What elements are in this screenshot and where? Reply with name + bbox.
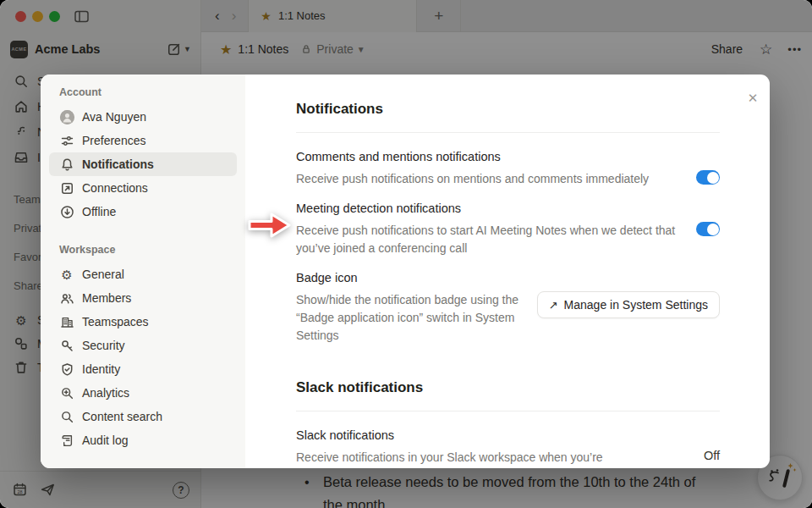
settings-item-label: Ava Nguyen [82, 110, 146, 124]
setting-row-badge-icon: Badge icon Show/hide the notification ba… [296, 269, 720, 345]
slack-notifications-value[interactable]: Off [704, 449, 720, 467]
divider [296, 411, 720, 411]
settings-item-label: Audit log [82, 433, 128, 447]
settings-item-teamspaces[interactable]: Teamspaces [49, 310, 237, 334]
members-icon [59, 291, 74, 306]
setting-title: Meeting detection notifications [296, 200, 683, 217]
setting-description: Receive push notifications to start AI M… [296, 222, 683, 257]
settings-item-identity[interactable]: Identity [49, 357, 237, 381]
settings-item-label: Identity [82, 362, 120, 376]
settings-item-label: Content search [82, 410, 162, 423]
magnifier-plus-icon [59, 386, 74, 400]
settings-modal: Account Ava Nguyen Preferences Notificat… [41, 75, 770, 468]
settings-item-label: Security [82, 339, 125, 352]
settings-item-security[interactable]: Security [49, 334, 237, 357]
meeting-detection-toggle[interactable] [696, 222, 720, 236]
settings-item-members[interactable]: Members [49, 286, 237, 310]
settings-item-content-search[interactable]: Content search [49, 405, 237, 428]
settings-item-label: Connections [82, 181, 148, 195]
notifications-heading: Notifications [296, 100, 720, 119]
setting-description: Receive push notifications on mentions a… [296, 170, 649, 188]
setting-row-meeting-detection: Meeting detection notifications Receive … [296, 200, 720, 257]
settings-item-connections[interactable]: Connections [49, 176, 237, 200]
gear-icon: ⚙ [59, 268, 74, 281]
settings-item-offline[interactable]: Offline [49, 200, 237, 224]
divider [296, 132, 720, 133]
setting-description: Receive notifications in your Slack work… [296, 449, 603, 467]
arrow-square-icon [59, 181, 74, 196]
screen: ACME Acme Labs ▼ Search Home [0, 0, 812, 508]
key-icon [59, 339, 74, 353]
setting-row-comments-mentions: Comments and mentions notifications Rece… [296, 148, 720, 188]
sliders-icon [59, 134, 74, 148]
settings-item-label: General [82, 268, 124, 281]
setting-title: Badge icon [296, 269, 526, 286]
settings-item-notifications[interactable]: Notifications [49, 152, 237, 176]
search-icon [59, 410, 74, 424]
setting-row-slack-notifications: Slack notifications Receive notification… [296, 427, 720, 467]
slack-notifications-heading: Slack notifications [296, 378, 720, 397]
scroll-icon [59, 433, 74, 448]
workspace-section-label: Workspace [49, 244, 237, 256]
settings-item-preferences[interactable]: Preferences [49, 129, 237, 152]
download-circle-icon [59, 205, 74, 219]
bell-icon [59, 157, 74, 172]
manage-system-settings-button[interactable]: ↗ Manage in System Settings [537, 291, 720, 318]
button-label: Manage in System Settings [564, 298, 708, 312]
comments-mentions-toggle[interactable] [696, 170, 720, 185]
shield-check-icon [59, 362, 74, 377]
settings-item-label: Analytics [82, 386, 129, 400]
setting-description: Show/hide the notification badge using t… [296, 291, 526, 345]
app-window: ACME Acme Labs ▼ Search Home [0, 0, 812, 508]
settings-item-label: Members [82, 291, 131, 305]
account-section-label: Account [49, 86, 237, 98]
settings-item-audit-log[interactable]: Audit log [49, 428, 237, 452]
close-icon[interactable]: ✕ [743, 89, 762, 108]
settings-item-label: Notifications [82, 157, 154, 171]
avatar [59, 110, 74, 124]
setting-title: Slack notifications [296, 427, 603, 444]
settings-item-account[interactable]: Ava Nguyen [49, 105, 237, 129]
building-icon [59, 315, 74, 329]
settings-sidebar: Account Ava Nguyen Preferences Notificat… [41, 75, 245, 468]
settings-item-analytics[interactable]: Analytics [49, 381, 237, 405]
settings-item-label: Offline [82, 205, 116, 218]
settings-item-label: Preferences [82, 134, 145, 147]
settings-item-label: Teamspaces [82, 315, 149, 329]
arrow-up-right-icon: ↗ [549, 299, 558, 312]
settings-content: Notifications Comments and mentions noti… [245, 75, 770, 468]
annotation-arrow [245, 208, 296, 242]
settings-item-general[interactable]: ⚙ General [49, 262, 237, 286]
setting-title: Comments and mentions notifications [296, 148, 649, 165]
